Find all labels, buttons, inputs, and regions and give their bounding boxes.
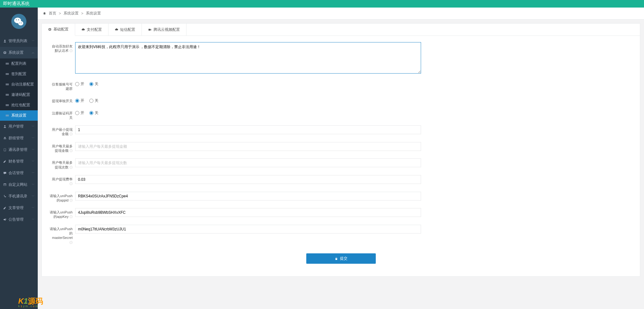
top-header: 即时通讯系统 [0,0,644,8]
label-unipush-appkey: 请输入uniPush的appKey ⓘ [49,208,75,219]
svg-point-4 [18,21,23,25]
input-unipush-appkey[interactable] [75,208,421,217]
book-icon [3,148,7,152]
input-min-withdraw[interactable] [75,125,421,134]
chevron-down-icon: ﹀ [32,171,35,175]
textarea-auto-add-friend[interactable] [75,42,421,74]
bars-icon [6,94,9,96]
chevron-down-icon: ﹀ [32,124,35,129]
app-title: 即时通讯系统 [3,1,30,7]
cloud-icon [81,28,85,31]
tab-basic[interactable]: 基础配置 [42,24,75,36]
bullhorn-icon [3,218,7,221]
radio-withdraw-audit-on[interactable] [75,99,79,103]
tab-tencent[interactable]: 腾讯云视频配置 [142,24,186,36]
phone-icon [3,195,7,198]
breadcrumb-l2: 系统设置 [86,11,101,16]
label-withdraw-audit: 提现审核开关 [49,97,75,103]
sidebar-item-phone-contacts[interactable]: 手机通讯录﹀ [0,190,38,202]
sidebar-submenu: 配置列表 签到配置 自动注册配置 邀请码配置 抢红包配置 系统设置 [0,58,38,121]
tabs: 基础配置 支付配置 短信配置 腾讯云视频配置 [42,24,640,36]
sidebar-sub-signin[interactable]: 签到配置 [0,69,38,79]
sidebar-item-article-mgmt[interactable]: 文章管理﹀ [0,202,38,214]
svg-point-3 [18,19,19,20]
chevron-down-icon: ﹀ [32,136,35,140]
radio-register-captcha-off[interactable] [89,111,93,115]
label-daily-max-count: 用户每天最多提现次数 ⓘ [49,158,75,169]
sidebar-item-session-mgmt[interactable]: 会话管理﹀ [0,167,38,179]
sidebar-label: 系统设置 [8,50,24,55]
input-daily-max-count[interactable] [75,158,421,167]
chevron-down-icon: ﹀ [32,194,35,198]
sidebar-item-admin-list[interactable]: 管理员列表 ﹀ [0,35,38,47]
sidebar-item-group-mgmt[interactable]: 群组管理﹀ [0,132,38,144]
home-icon [43,12,46,15]
input-withdraw-rate[interactable] [75,175,421,184]
form-area: 自动添加好友默认话术 ⓘ 仅客服账号可建群 开 关 提现审核开 [42,36,640,276]
radio-register-captcha: 开 关 [75,109,421,116]
label-unipush-secret: 请输入uniPush的masterSecret ⓘ [49,225,75,245]
sidebar-item-contacts-mgmt[interactable]: 通讯录管理﹀ [0,144,38,156]
bars-icon [6,84,9,85]
window-icon [3,183,7,186]
sidebar-sub-red-packet[interactable]: 抢红包配置 [0,100,38,110]
chevron-down-icon: ﹀ [32,148,35,152]
svg-point-6 [21,23,22,23]
chevron-down-icon: ﹀ [32,183,35,187]
label-min-withdraw: 用户最小提现金额 ⓘ [49,125,75,136]
sidebar-item-custom-site[interactable]: 自定义网站﹀ [0,179,38,190]
sidebar-item-finance-mgmt[interactable]: 财务管理﹀ [0,156,38,167]
breadcrumb-home[interactable]: 首页 [49,11,56,16]
chevron-down-icon: ﹀ [32,159,35,163]
submit-button[interactable]: 提交 [306,253,376,264]
radio-only-cs: 开 关 [75,80,421,87]
sidebar-item-notice-mgmt[interactable]: 公告管理﹀ [0,214,38,225]
input-unipush-secret[interactable] [75,225,421,234]
label-daily-max-amount: 用户每天最多提现金额 ⓘ [49,142,75,153]
bars-icon [6,63,9,64]
label-unipush-appid: 请输入uniPush的appid ⓘ [49,192,75,203]
chevron-down-icon: ﹀ [32,206,35,210]
user-icon [3,125,7,128]
chevron-down-icon: ﹀ [32,39,35,43]
radio-register-captcha-on[interactable] [75,111,79,115]
chevron-up-icon: ︿ [32,51,35,55]
breadcrumb-sep: > [81,11,83,16]
video-icon [148,28,152,31]
sidebar-sub-system-settings[interactable]: 系统设置 [0,110,38,121]
gear-icon [3,51,7,54]
input-unipush-appid[interactable] [75,192,421,201]
radio-only-cs-on[interactable] [75,82,79,86]
chat-logo-icon [11,14,26,29]
sidebar-item-system-settings[interactable]: 系统设置 ︿ [0,47,38,58]
svg-point-2 [16,19,17,20]
label-auto-add-friend: 自动添加好友默认话术 ⓘ [49,42,75,53]
radio-only-cs-off[interactable] [89,82,93,86]
chat-icon [3,171,7,175]
tab-pay[interactable]: 支付配置 [75,24,108,36]
breadcrumb-l1[interactable]: 系统设置 [64,11,79,16]
sidebar-sub-invite-code[interactable]: 邀请码配置 [0,90,38,100]
sidebar-logo [0,8,38,35]
main-content: 首页 > 系统设置 > 系统设置 基础配置 支付配置 短信配置 [38,8,644,309]
sidebar-label: 管理员列表 [8,38,27,44]
breadcrumb-sep: > [59,11,61,16]
bars-icon [6,104,9,106]
user-icon [3,39,7,43]
tab-sms[interactable]: 短信配置 [108,24,142,36]
cloud-icon [115,28,118,31]
radio-withdraw-audit: 开 关 [75,97,421,103]
radio-withdraw-audit-off[interactable] [89,99,93,103]
sidebar: 管理员列表 ﹀ 系统设置 ︿ 配置列表 签到配置 自动注册配置 邀请码配置 抢红… [0,8,38,309]
edit-icon [3,160,7,163]
sidebar-sub-auto-register[interactable]: 自动注册配置 [0,79,38,90]
label-register-captcha: 注册验证码开关 [49,109,75,120]
content-panel: 基础配置 支付配置 短信配置 腾讯云视频配置 自动添加好友默认话术 ⓘ [42,23,640,277]
sidebar-sub-config-list[interactable]: 配置列表 [0,58,38,69]
chevron-down-icon: ﹀ [32,218,35,222]
lock-icon [335,257,338,260]
input-daily-max-amount[interactable] [75,142,421,151]
gear-icon [48,28,52,31]
sidebar-item-user-mgmt[interactable]: 用户管理﹀ [0,121,38,132]
users-icon [3,136,7,140]
